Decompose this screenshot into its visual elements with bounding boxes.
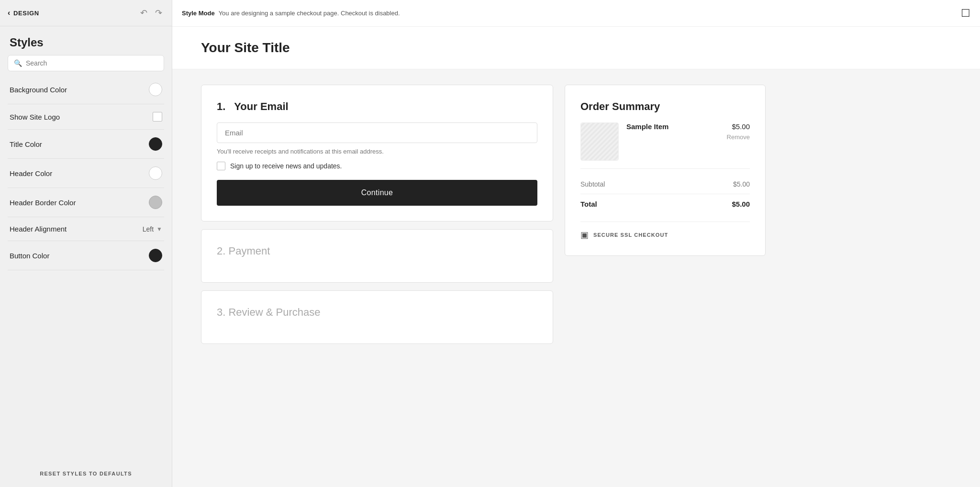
item-details: Sample Item bbox=[626, 122, 719, 131]
back-label: DESIGN bbox=[13, 10, 39, 17]
subtotal-value: $5.00 bbox=[733, 180, 750, 188]
reset-styles-button[interactable]: RESET STYLES TO DEFAULTS bbox=[0, 459, 172, 487]
style-item-button-color[interactable]: Button Color bbox=[8, 241, 164, 270]
header-alignment-value: Left bbox=[143, 225, 154, 233]
reset-styles-label: RESET STYLES TO DEFAULTS bbox=[40, 471, 132, 476]
step2-title: 2. Payment bbox=[217, 245, 537, 257]
checkout-content: 1. Your Email You'll receive receipts an… bbox=[172, 69, 794, 359]
title-color-label: Title Color bbox=[10, 140, 42, 148]
header-alignment-label: Header Alignment bbox=[10, 225, 67, 233]
signup-row: Sign up to receive news and updates. bbox=[217, 162, 537, 170]
checkout-right-column: Order Summary Sample Item $5.00 Remove bbox=[565, 85, 766, 344]
style-item-background-color[interactable]: Background Color bbox=[8, 75, 164, 104]
back-button[interactable]: ‹ DESIGN bbox=[8, 9, 39, 17]
show-site-logo-label: Show Site Logo bbox=[10, 113, 60, 121]
style-item-header-alignment[interactable]: Header Alignment Left ▼ bbox=[8, 217, 164, 241]
step1-num: 1. bbox=[217, 100, 225, 112]
undo-button[interactable]: ↶ bbox=[138, 6, 149, 20]
search-container: 🔍 bbox=[0, 55, 172, 75]
style-item-header-color[interactable]: Header Color bbox=[8, 159, 164, 188]
step2-num: 2. bbox=[217, 245, 225, 257]
order-summary: Order Summary Sample Item $5.00 Remove bbox=[565, 85, 766, 256]
order-summary-title: Order Summary bbox=[580, 100, 750, 113]
order-item: Sample Item $5.00 Remove bbox=[580, 122, 750, 169]
checkout-step-2: 2. Payment bbox=[201, 229, 553, 283]
checkout-step-3: 3. Review & Purchase bbox=[201, 290, 553, 344]
right-panel: Style Mode You are designing a sample ch… bbox=[172, 0, 980, 487]
subtotal-row: Subtotal $5.00 bbox=[580, 177, 750, 192]
left-panel: ‹ DESIGN ↶ ↷ Styles 🔍 Background Color S… bbox=[0, 0, 172, 487]
styles-header: Styles bbox=[0, 26, 172, 55]
style-item-show-site-logo[interactable]: Show Site Logo bbox=[8, 104, 164, 130]
item-name: Sample Item bbox=[626, 122, 668, 131]
item-row-right: $5.00 Remove bbox=[727, 122, 750, 141]
button-color-label: Button Color bbox=[10, 252, 49, 260]
show-site-logo-checkbox[interactable] bbox=[153, 112, 162, 122]
step3-title: 3. Review & Purchase bbox=[217, 306, 537, 319]
total-row: Total $5.00 bbox=[580, 194, 750, 212]
redo-button[interactable]: ↷ bbox=[153, 6, 164, 20]
title-color-swatch[interactable] bbox=[149, 137, 162, 151]
search-box: 🔍 bbox=[8, 55, 164, 71]
back-icon: ‹ bbox=[8, 9, 11, 17]
search-icon: 🔍 bbox=[14, 59, 22, 67]
signup-label: Sign up to receive news and updates. bbox=[230, 162, 342, 170]
total-value: $5.00 bbox=[732, 200, 750, 208]
checkout-step-1: 1. Your Email You'll receive receipts an… bbox=[201, 85, 553, 221]
style-mode-text: You are designing a sample checkout page… bbox=[219, 10, 400, 17]
signup-checkbox[interactable] bbox=[217, 162, 225, 170]
email-hint: You'll receive receipts and notification… bbox=[217, 148, 537, 155]
style-item-header-border-color[interactable]: Header Border Color bbox=[8, 188, 164, 217]
step3-label: Review & Purchase bbox=[228, 306, 320, 318]
header-alignment-dropdown[interactable]: Left ▼ bbox=[143, 225, 162, 233]
total-label: Total bbox=[580, 200, 597, 208]
item-image-placeholder bbox=[581, 123, 618, 160]
item-price: $5.00 bbox=[732, 122, 750, 131]
style-items-list: Background Color Show Site Logo Title Co… bbox=[0, 75, 172, 459]
site-header: Your Site Title bbox=[172, 27, 980, 69]
mobile-preview-icon[interactable]: ☐ bbox=[961, 7, 970, 20]
secure-ssl-row: ▣ SECURE SSL CHECKOUT bbox=[580, 221, 750, 240]
item-image bbox=[580, 122, 619, 161]
style-mode-notice: Style Mode You are designing a sample ch… bbox=[182, 10, 400, 17]
right-topbar: Style Mode You are designing a sample ch… bbox=[172, 0, 980, 27]
background-color-label: Background Color bbox=[10, 86, 67, 94]
button-color-swatch[interactable] bbox=[149, 249, 162, 262]
chevron-down-icon: ▼ bbox=[156, 226, 162, 232]
styles-title: Styles bbox=[10, 36, 162, 49]
header-color-label: Header Color bbox=[10, 169, 52, 177]
ssl-text: SECURE SSL CHECKOUT bbox=[593, 232, 668, 238]
style-mode-label: Style Mode bbox=[182, 10, 215, 17]
subtotal-label: Subtotal bbox=[580, 180, 605, 188]
top-bar: ‹ DESIGN ↶ ↷ bbox=[0, 0, 172, 26]
history-buttons: ↶ ↷ bbox=[138, 6, 164, 20]
background-color-swatch[interactable] bbox=[149, 83, 162, 96]
style-item-title-color[interactable]: Title Color bbox=[8, 130, 164, 159]
search-input[interactable] bbox=[26, 59, 158, 67]
item-remove-button[interactable]: Remove bbox=[727, 133, 750, 141]
checkout-left-column: 1. Your Email You'll receive receipts an… bbox=[201, 85, 553, 344]
step3-num: 3. bbox=[217, 306, 225, 318]
ssl-shield-icon: ▣ bbox=[580, 230, 589, 240]
header-color-swatch[interactable] bbox=[149, 166, 162, 180]
header-border-color-label: Header Border Color bbox=[10, 199, 76, 207]
checkout-page: Your Site Title 1. Your Email You'll rec… bbox=[172, 27, 980, 487]
header-border-color-swatch[interactable] bbox=[149, 196, 162, 209]
email-input[interactable] bbox=[217, 122, 537, 143]
step2-label: Payment bbox=[228, 245, 270, 257]
step1-title: 1. Your Email bbox=[217, 100, 537, 113]
continue-button[interactable]: Continue bbox=[217, 180, 537, 206]
step1-label: Your Email bbox=[234, 100, 288, 112]
site-title: Your Site Title bbox=[201, 40, 951, 55]
